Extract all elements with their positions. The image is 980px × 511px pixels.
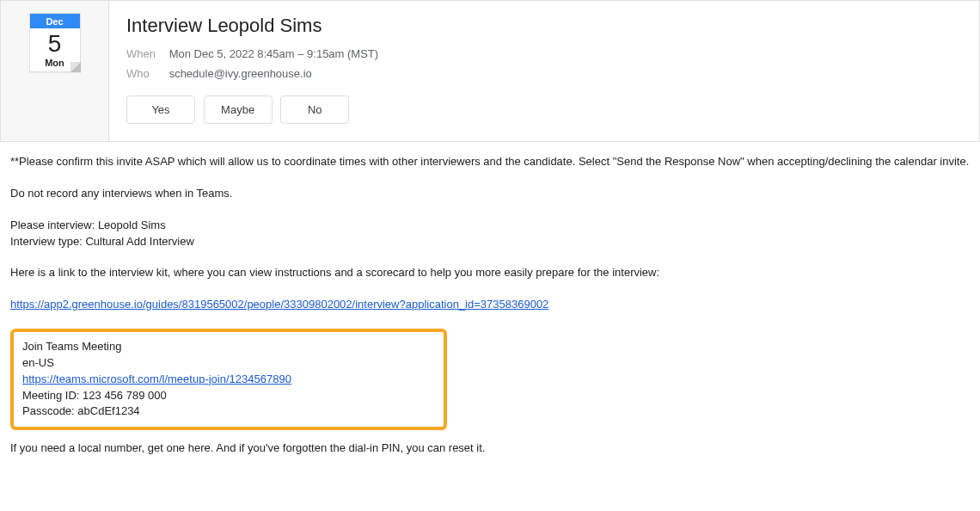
teams-join-label: Join Teams Meeting <box>22 339 435 355</box>
rsvp-row: Yes Maybe No <box>126 95 962 124</box>
who-row: Who schedule@ivy.greenhouse.io <box>126 67 962 80</box>
teams-locale: en-US <box>22 355 435 372</box>
invite-header: Dec 5 Mon Interview Leopold Sims When Mo… <box>0 0 980 142</box>
who-value: schedule@ivy.greenhouse.io <box>169 67 312 80</box>
footer-text: If you need a local number, get one here… <box>10 440 970 457</box>
when-row: When Mon Dec 5, 2022 8:45am – 9:15am (MS… <box>126 47 962 60</box>
email-body: **Please confirm this invite ASAP which … <box>0 142 980 465</box>
teams-meeting-box: Join Teams Meeting en-US https://teams.m… <box>10 329 447 430</box>
rsvp-no-button[interactable]: No <box>280 95 349 124</box>
date-card: Dec 5 Mon <box>29 13 81 72</box>
date-pane: Dec 5 Mon <box>1 1 109 141</box>
please-interview-text: Please interview: Leopold Sims <box>10 218 970 234</box>
interview-kit-link[interactable]: https://app2.greenhouse.io/guides/831956… <box>10 298 548 311</box>
event-title: Interview Leopold Sims <box>126 15 962 37</box>
teams-passcode: Passcode: abCdEf1234 <box>22 403 435 420</box>
when-label: When <box>126 47 166 60</box>
rsvp-maybe-button[interactable]: Maybe <box>204 95 273 124</box>
details-pane: Interview Leopold Sims When Mon Dec 5, 2… <box>109 1 979 141</box>
no-record-text: Do not record any interviews when in Tea… <box>10 186 970 202</box>
when-value: Mon Dec 5, 2022 8:45am – 9:15am (MST) <box>169 47 379 60</box>
date-day: 5 <box>30 28 80 58</box>
interview-type-text: Interview type: Cultural Add Interview <box>10 234 970 250</box>
page-fold-icon <box>70 62 81 72</box>
teams-meeting-link[interactable]: https://teams.microsoft.com/l/meetup-joi… <box>22 372 291 385</box>
date-month: Dec <box>30 14 80 28</box>
who-label: Who <box>126 67 166 80</box>
confirm-text: **Please confirm this invite ASAP which … <box>10 154 970 170</box>
rsvp-yes-button[interactable]: Yes <box>126 95 195 124</box>
teams-meeting-id: Meeting ID: 123 456 789 000 <box>22 388 435 404</box>
kit-intro-text: Here is a link to the interview kit, whe… <box>10 265 970 281</box>
